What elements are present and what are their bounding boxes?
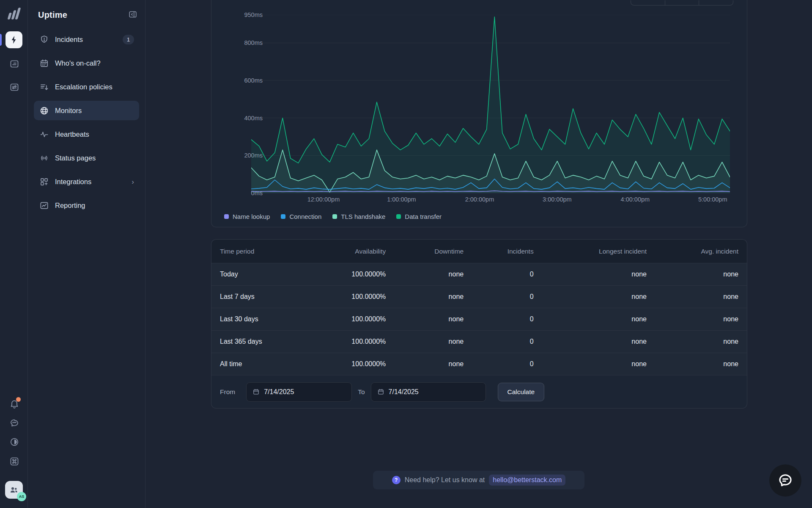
range-segment[interactable] bbox=[631, 0, 665, 5]
x-axis-tick: 4:00:00pm bbox=[621, 196, 650, 203]
legend-item-connection[interactable]: Connection bbox=[281, 213, 321, 220]
table-cell: none bbox=[386, 360, 464, 368]
legend-item-data-transfer[interactable]: Data transfer bbox=[396, 213, 442, 220]
avatar[interactable]: AS bbox=[5, 481, 23, 499]
sidebar: Uptime Incidents1Who's on-call?Escalatio… bbox=[28, 0, 145, 508]
table-row: Last 365 days100.0000%none0nonenone bbox=[211, 330, 747, 353]
table-cell: none bbox=[534, 293, 647, 301]
table-cell: none bbox=[534, 360, 647, 368]
column-header: Avg. incident bbox=[647, 248, 738, 255]
table-row: All time100.0000%none0nonenone bbox=[211, 353, 747, 375]
legend-swatch bbox=[332, 214, 337, 219]
escalation-icon bbox=[39, 82, 49, 92]
legend-item-name-lookup[interactable]: Name lookup bbox=[224, 213, 270, 220]
table-cell: none bbox=[386, 271, 464, 278]
table-cell: none bbox=[647, 338, 738, 345]
table-cell: 100.0000% bbox=[305, 271, 386, 278]
table-row: Last 7 days100.0000%none0nonenone bbox=[211, 285, 747, 308]
sla-calculator: From 7/14/2025 To 7/14/2025 Calculate bbox=[211, 375, 747, 408]
table-body: Today100.0000%none0nonenoneLast 7 days10… bbox=[211, 263, 747, 375]
calendar-icon bbox=[39, 58, 49, 68]
chat-icon[interactable] bbox=[9, 418, 19, 428]
incident-count-badge: 1 bbox=[123, 35, 134, 44]
help-bar: ? Need help? Let us know at hello@better… bbox=[373, 471, 584, 489]
table-cell: none bbox=[386, 315, 464, 323]
sidebar-item-label: Incidents bbox=[55, 36, 117, 44]
sidebar-title: Uptime bbox=[38, 10, 67, 20]
help-text: Need help? Let us know at bbox=[405, 476, 485, 484]
sidebar-item-status-pages[interactable]: Status pages bbox=[34, 148, 139, 168]
table-cell: 0 bbox=[464, 271, 534, 278]
help-email-link[interactable]: hello@betterstack.com bbox=[489, 475, 565, 486]
calculate-button[interactable]: Calculate bbox=[498, 383, 545, 401]
legend-label: Name lookup bbox=[233, 213, 270, 220]
sidebar-item-reporting[interactable]: Reporting bbox=[34, 196, 139, 215]
table-cell: none bbox=[647, 293, 738, 301]
live-chat-button[interactable] bbox=[769, 464, 801, 497]
telemetry-sliders-icon[interactable] bbox=[9, 82, 19, 92]
legend-label: Data transfer bbox=[405, 213, 442, 220]
from-label: From bbox=[220, 388, 235, 396]
table-row: Last 30 days100.0000%none0nonenone bbox=[211, 308, 747, 330]
table-cell: none bbox=[386, 338, 464, 345]
to-date-value: 7/14/2025 bbox=[389, 388, 419, 396]
grid-plus-icon bbox=[39, 177, 49, 187]
chevron-right-icon: › bbox=[132, 178, 134, 185]
x-axis-tick: 5:00:00pm bbox=[698, 196, 727, 203]
table-cell: Last 365 days bbox=[220, 338, 305, 345]
table-cell: 0 bbox=[464, 293, 534, 301]
sidebar-item-who-s-on-call[interactable]: Who's on-call? bbox=[34, 53, 139, 73]
betterstack-logo-icon[interactable] bbox=[6, 7, 22, 21]
table-cell: Today bbox=[220, 271, 305, 278]
time-range-segmented-control[interactable] bbox=[631, 0, 733, 6]
legend-label: Connection bbox=[289, 213, 321, 220]
uptime-bolt-icon[interactable] bbox=[5, 31, 22, 48]
range-segment[interactable] bbox=[699, 0, 733, 5]
table-cell: none bbox=[534, 338, 647, 345]
logs-icon[interactable] bbox=[9, 59, 19, 69]
table-cell: 100.0000% bbox=[305, 315, 386, 323]
table-row: Today100.0000%none0nonenone bbox=[211, 263, 747, 285]
table-cell: none bbox=[534, 315, 647, 323]
table-cell: Last 7 days bbox=[220, 293, 305, 301]
chart-legend: Name lookupConnectionTLS handshakeData t… bbox=[224, 213, 442, 220]
to-date-input[interactable]: 7/14/2025 bbox=[371, 382, 486, 402]
sidebar-item-integrations[interactable]: Integrations› bbox=[34, 172, 139, 191]
collapse-sidebar-icon[interactable] bbox=[128, 10, 138, 20]
x-axis-tick: 2:00:00pm bbox=[465, 196, 494, 203]
x-axis-tick: 3:00:00pm bbox=[543, 196, 572, 203]
table-cell: 0 bbox=[464, 315, 534, 323]
legend-swatch bbox=[224, 214, 229, 219]
table-cell: none bbox=[647, 271, 738, 278]
pulse-icon bbox=[39, 129, 49, 139]
from-date-input[interactable]: 7/14/2025 bbox=[246, 382, 352, 402]
response-time-chart-card: 0ms200ms400ms600ms800ms950ms 12:00:00pm1… bbox=[211, 0, 747, 227]
sidebar-item-monitors[interactable]: Monitors bbox=[34, 101, 139, 120]
range-segment[interactable] bbox=[665, 0, 700, 5]
table-cell: Last 30 days bbox=[220, 315, 305, 323]
sidebar-item-label: Reporting bbox=[55, 202, 134, 210]
bell-icon[interactable] bbox=[9, 399, 19, 409]
sidebar-item-escalation-policies[interactable]: Escalation policies bbox=[34, 77, 139, 97]
theme-toggle-icon[interactable] bbox=[9, 437, 19, 447]
legend-swatch bbox=[396, 214, 401, 219]
table-cell: 0 bbox=[464, 360, 534, 368]
sidebar-item-label: Integrations bbox=[55, 178, 126, 186]
table-cell: 100.0000% bbox=[305, 338, 386, 345]
command-menu-icon[interactable] bbox=[9, 456, 19, 467]
table-cell: 0 bbox=[464, 338, 534, 345]
chart-plot-area[interactable] bbox=[251, 15, 730, 193]
table-cell: none bbox=[386, 293, 464, 301]
sidebar-item-incidents[interactable]: Incidents1 bbox=[34, 30, 139, 49]
legend-item-tls-handshake[interactable]: TLS handshake bbox=[332, 213, 385, 220]
sidebar-item-label: Who's on-call? bbox=[55, 59, 134, 67]
column-header: Downtime bbox=[386, 248, 464, 255]
product-rail: AS bbox=[0, 0, 28, 508]
notification-dot bbox=[16, 397, 21, 402]
table-cell: none bbox=[647, 315, 738, 323]
x-axis-tick: 1:00:00pm bbox=[387, 196, 416, 203]
sidebar-item-heartbeats[interactable]: Heartbeats bbox=[34, 124, 139, 144]
report-chart-icon bbox=[39, 200, 49, 210]
table-cell: 100.0000% bbox=[305, 360, 386, 368]
table-cell: 100.0000% bbox=[305, 293, 386, 301]
